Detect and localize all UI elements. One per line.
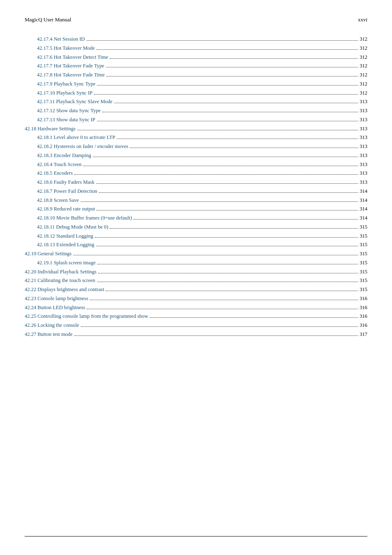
toc-page: 315 — [360, 268, 367, 276]
toc-dots — [110, 58, 358, 59]
toc-page: 312 — [360, 35, 367, 43]
toc-label[interactable]: 42.18.7 Power Fail Detection — [37, 187, 97, 195]
toc-label[interactable]: 42.18.11 Debug Mode (Must be 0) — [37, 223, 108, 231]
toc-entry[interactable]: 42.23 Console lamp brightness316 — [25, 295, 367, 303]
toc-entry[interactable]: 42.17.5 Hot Takeover Mode312 — [37, 44, 367, 52]
toc-entry[interactable]: 42.18.5 Encoders313 — [37, 169, 367, 177]
toc-label[interactable]: 42.18.1 Level above 0 to activate LTP — [37, 134, 115, 141]
toc-page: 315 — [360, 250, 367, 258]
toc-entry[interactable]: 42.18.10 Movie Buffer frames (0=use defa… — [37, 214, 367, 222]
toc-page: 312 — [360, 62, 367, 70]
toc-label[interactable]: 42.21 Calibrating the touch screen — [25, 277, 95, 284]
toc-dots — [114, 103, 358, 103]
toc-entry[interactable]: 42.18.1 Level above 0 to activate LTP313 — [37, 134, 367, 141]
toc-label[interactable]: 42.25 Controlling console lamp from the … — [25, 312, 148, 320]
toc-entry[interactable]: 42.17.4 Net Session ID312 — [37, 35, 367, 43]
toc-label[interactable]: 42.18.8 Screen Save — [37, 197, 79, 204]
toc-entry[interactable]: 42.27 Button test mode317 — [25, 331, 367, 338]
toc-label[interactable]: 42.18.9 Reduced rate output — [37, 205, 95, 213]
toc-label[interactable]: 42.23 Console lamp brightness — [25, 295, 88, 303]
toc-page: 316 — [360, 312, 367, 320]
toc-label[interactable]: 42.17.6 Hot Takeover Detect Time — [37, 53, 108, 61]
toc-label[interactable]: 42.18 Hardware Settings — [25, 125, 76, 133]
toc-label[interactable]: 42.27 Button test mode — [25, 331, 73, 338]
toc-entry[interactable]: 42.22 Displays brightness and contrast31… — [25, 286, 367, 294]
footer-line — [25, 536, 367, 539]
toc-entry[interactable]: 42.17.10 Playback Sync IP312 — [37, 89, 367, 97]
toc-label[interactable]: 42.17.12 Show data Sync Type — [37, 107, 101, 115]
toc-page: 316 — [360, 295, 367, 303]
toc-entry[interactable]: 42.17.7 Hot Takeover Fade Type312 — [37, 62, 367, 70]
toc-entry[interactable]: 42.17.13 Show data Sync IP313 — [37, 116, 367, 124]
toc-dots — [97, 282, 358, 282]
toc-entry[interactable]: 42.19.1 Splash screen image315 — [37, 259, 367, 267]
toc-page: 312 — [360, 71, 367, 79]
toc-page: 312 — [360, 80, 367, 88]
toc-page: 315 — [360, 286, 367, 294]
toc-entry[interactable]: 42.17.9 Playback Sync Type312 — [37, 80, 367, 88]
toc-label[interactable]: 42.17.5 Hot Takeover Mode — [37, 44, 95, 52]
toc-entry[interactable]: 42.18.6 Faulty Faders Mask313 — [37, 178, 367, 186]
toc-entry[interactable]: 42.18.12 Standard Logging315 — [37, 232, 367, 240]
toc-entry[interactable]: 42.18.7 Power Fail Detection314 — [37, 187, 367, 195]
toc-entry[interactable]: 42.18.4 Touch Screen313 — [37, 161, 367, 169]
toc-page: 312 — [360, 89, 367, 97]
toc-dots — [98, 273, 358, 273]
toc-entry[interactable]: 42.18.3 Encoder Damping313 — [37, 152, 367, 160]
toc-dots — [74, 335, 358, 336]
toc-dots — [106, 67, 358, 67]
toc-dots — [150, 317, 358, 318]
toc-entry[interactable]: 42.18.9 Reduced rate output314 — [37, 205, 367, 213]
toc-entry[interactable]: 42.18.13 Extended Logging315 — [37, 241, 367, 249]
toc-label[interactable]: 42.17.7 Hot Takeover Fade Type — [37, 62, 104, 70]
toc-entry[interactable]: 42.21 Calibrating the touch screen315 — [25, 277, 367, 284]
toc-page: 316 — [360, 304, 367, 312]
toc-page: 315 — [360, 241, 367, 249]
toc-label[interactable]: 42.17.4 Net Session ID — [37, 35, 85, 43]
toc-label[interactable]: 42.20 Individual Playback Settings — [25, 268, 97, 276]
toc-label[interactable]: 42.17.9 Playback Sync Type — [37, 80, 95, 88]
toc-entry[interactable]: 42.24 Button LED brightness316 — [25, 304, 367, 312]
toc-entry[interactable]: 42.17.8 Hot Takeover Fade Time312 — [37, 71, 367, 79]
toc-label[interactable]: 42.18.12 Standard Logging — [37, 232, 93, 240]
toc-entry[interactable]: 42.18.2 Hysteresis on fader / encoder mo… — [37, 143, 367, 150]
toc-label[interactable]: 42.18.10 Movie Buffer frames (0=use defa… — [37, 214, 132, 222]
toc-label[interactable]: 42.26 Locking the console — [25, 321, 79, 329]
toc-entry[interactable]: 42.17.11 Playback Sync Slave Mode313 — [37, 98, 367, 106]
toc-dots — [134, 219, 358, 220]
toc-label[interactable]: 42.22 Displays brightness and contrast — [25, 286, 104, 294]
toc-label[interactable]: 42.24 Button LED brightness — [25, 304, 85, 312]
toc-label[interactable]: 42.18.13 Extended Logging — [37, 241, 95, 249]
toc-entry[interactable]: 42.18.11 Debug Mode (Must be 0)315 — [37, 223, 367, 231]
toc-label[interactable]: 42.17.13 Show data Sync IP — [37, 116, 95, 124]
page: MagicQ User Manual xxvi 42.17.4 Net Sess… — [0, 0, 392, 555]
toc-page: 315 — [360, 277, 367, 284]
toc-entry[interactable]: 42.17.12 Show data Sync Type313 — [37, 107, 367, 115]
toc-label[interactable]: 42.19.1 Splash screen image — [37, 259, 96, 267]
toc-entry[interactable]: 42.18.8 Screen Save314 — [37, 197, 367, 204]
toc-label[interactable]: 42.17.8 Hot Takeover Fade Time — [37, 71, 105, 79]
toc-entry[interactable]: 42.18 Hardware Settings313 — [25, 125, 367, 133]
toc-dots — [77, 130, 358, 130]
toc-entry[interactable]: 42.19 General Settings315 — [25, 250, 367, 258]
toc-dots — [96, 183, 358, 184]
toc-label[interactable]: 42.18.3 Encoder Damping — [37, 152, 91, 160]
toc-label[interactable]: 42.18.4 Touch Screen — [37, 161, 82, 169]
toc-page: 314 — [360, 197, 367, 204]
toc-entry[interactable]: 42.20 Individual Playback Settings315 — [25, 268, 367, 276]
toc-entry[interactable]: 42.17.6 Hot Takeover Detect Time312 — [37, 53, 367, 61]
toc-dots — [130, 148, 358, 148]
toc-page: 313 — [360, 98, 367, 106]
toc-label[interactable]: 42.19 General Settings — [25, 250, 71, 258]
toc-dots — [95, 237, 358, 238]
toc-label[interactable]: 42.17.11 Playback Sync Slave Mode — [37, 98, 113, 106]
toc-label[interactable]: 42.17.10 Playback Sync IP — [37, 89, 92, 97]
toc-label[interactable]: 42.18.5 Encoders — [37, 169, 73, 177]
toc-label[interactable]: 42.18.6 Faulty Faders Mask — [37, 178, 95, 186]
toc-dots — [87, 309, 358, 309]
toc-entry[interactable]: 42.26 Locking the console316 — [25, 321, 367, 329]
toc-page: 313 — [360, 152, 367, 160]
toc-dots — [97, 49, 358, 50]
toc-entry[interactable]: 42.25 Controlling console lamp from the … — [25, 312, 367, 320]
toc-label[interactable]: 42.18.2 Hysteresis on fader / encoder mo… — [37, 143, 128, 150]
